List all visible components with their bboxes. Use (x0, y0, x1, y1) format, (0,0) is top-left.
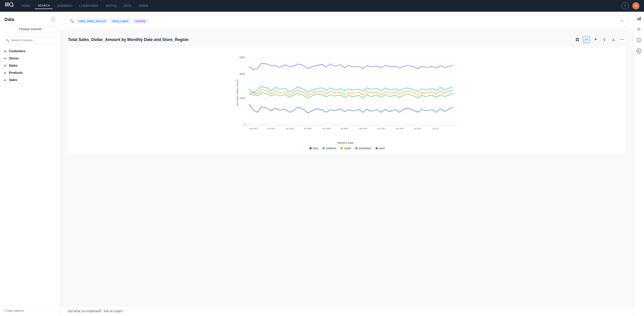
expand-arrow-dates: ▶ (4, 64, 7, 67)
search-main-icon: 🔍 (70, 19, 74, 23)
svg-rect-39 (640, 17, 640, 20)
x-axis-label: Monthly Date ↑ (338, 141, 356, 144)
svg-text:Jan 2007: Jan 2007 (395, 128, 404, 130)
chart-area: Total Sales_Dollar_Amount by Monthly Dat… (61, 30, 633, 306)
expand-arrow-products: ▶ (4, 72, 7, 74)
add-columns-button[interactable]: + Add columns (4, 309, 56, 312)
chart-toolbar: ••• (574, 36, 626, 43)
svg-text:Jul 2007: Jul 2007 (414, 128, 422, 130)
expand-arrow-stores: ▶ (4, 57, 7, 60)
chart-footer: Monthly Date ↑ east midwest (72, 141, 622, 150)
legend-dot-south (340, 147, 343, 150)
chart-container: 600K 400K 200K 0 Total Sales_Dollar_Amou… (68, 48, 626, 154)
svg-rect-2 (5, 6, 9, 6)
svg-text:600K: 600K (240, 56, 245, 59)
choose-sources-button[interactable]: Choose sources (4, 25, 57, 33)
top-navigation: HOME SEARCH ANSWERS LIVEBOARDS SPOTIQ DA… (0, 0, 644, 12)
legend-label-east: east (313, 147, 318, 150)
svg-line-9 (595, 40, 596, 41)
sidebar-item-stores[interactable]: ▶ Stores (0, 55, 60, 62)
svg-text:Jul 2005: Jul 2005 (340, 128, 348, 130)
legend-dot-west (376, 147, 378, 150)
svg-text:Jan 2003: Jan 2003 (249, 128, 258, 130)
sort-arrow-icon[interactable]: ↑ (355, 141, 356, 144)
legend-dot-east (310, 147, 312, 150)
svg-rect-1 (5, 4, 9, 5)
expand-arrow-customers: ▶ (4, 50, 7, 52)
search-small-icon: 🔍 (6, 38, 10, 42)
toolbar-more-button[interactable]: ••• (619, 36, 626, 43)
not-expected-text: Not what you expected? (68, 309, 102, 313)
chart-header: Total Sales_Dollar_Amount by Monthly Dat… (68, 36, 626, 43)
svg-point-10 (604, 38, 605, 40)
search-bar-wrapper: 🔍 sales_dollar_amount store_region month… (61, 12, 633, 30)
toolbar-linechart-button[interactable] (583, 36, 590, 43)
nav-liveboards[interactable]: LIVEBOARDS (76, 3, 101, 9)
r-script-button[interactable]: R (635, 47, 643, 55)
svg-point-43 (638, 39, 639, 40)
svg-text:Jul 2004: Jul 2004 (304, 128, 312, 130)
nav-answers[interactable]: ANSWERS (54, 3, 75, 9)
search-bar[interactable]: 🔍 sales_dollar_amount store_region month… (66, 15, 628, 27)
search-columns-input[interactable] (4, 36, 57, 44)
svg-text:Jan 2004: Jan 2004 (286, 128, 294, 130)
svg-rect-8 (578, 40, 579, 41)
toolbar-table-button[interactable] (574, 36, 581, 43)
legend-label-southwest: southwest (359, 147, 371, 150)
content-area: 🔍 sales_dollar_amount store_region month… (61, 12, 633, 316)
svg-rect-42 (638, 40, 639, 41)
svg-rect-7 (576, 40, 577, 41)
sidebar-item-label-stores: Stores (9, 56, 19, 60)
legend-dot-midwest (322, 147, 325, 150)
search-columns-wrapper: 🔍 (4, 36, 57, 44)
legend-item-west: west (376, 147, 385, 150)
nav-spotiq[interactable]: SPOTIQ (103, 3, 120, 9)
legend-item-east: east (310, 147, 318, 150)
svg-text:Total Sales_Dollar_Amount: Total Sales_Dollar_Amount (236, 80, 238, 106)
toolbar-share-button[interactable] (610, 36, 617, 43)
svg-rect-0 (5, 3, 9, 4)
svg-text:R: R (638, 50, 640, 52)
svg-text:Jan 20...: Jan 20... (432, 128, 440, 130)
settings-button[interactable] (635, 25, 643, 33)
toolbar-insight-button[interactable] (601, 36, 608, 43)
chart-config-button[interactable] (635, 14, 643, 22)
legend-label-west: west (379, 147, 385, 150)
search-chip-region[interactable]: store_region (110, 19, 131, 24)
main-layout: Data ‹ Choose sources 🔍 ▶ Customers ▶ St… (0, 12, 644, 316)
ask-expert-link[interactable]: Ask an expert (104, 309, 123, 313)
sidebar-header: Data ‹ (0, 12, 60, 25)
svg-line-4 (12, 6, 14, 7)
legend-label-south: south (344, 147, 350, 150)
line-chart: 600K 400K 200K 0 Total Sales_Dollar_Amou… (72, 52, 622, 138)
legend-item-midwest: midwest (322, 147, 336, 150)
sidebar-item-dates[interactable]: ▶ Dates (0, 62, 60, 69)
nav-home[interactable]: HOME (19, 3, 33, 9)
svg-text:200K: 200K (240, 97, 245, 100)
svg-rect-38 (638, 18, 639, 20)
legend-dot-southwest (355, 147, 358, 150)
chart-title: Total Sales_Dollar_Amount by Monthly Dat… (68, 37, 188, 42)
logo[interactable] (4, 2, 14, 10)
nav-search[interactable]: SEARCH (35, 3, 53, 9)
svg-rect-5 (576, 38, 577, 40)
toolbar-pin-button[interactable] (592, 36, 599, 43)
sidebar-item-customers[interactable]: ▶ Customers (0, 48, 60, 55)
nav-admin[interactable]: ADMIN (136, 3, 151, 9)
sidebar-collapse-button[interactable]: ‹ (50, 16, 56, 22)
sidebar-tree: ▶ Customers ▶ Stores ▶ Dates ▶ Products … (0, 46, 60, 305)
sidebar-item-products[interactable]: ▶ Products (0, 69, 60, 76)
sidebar-item-label-products: Products (9, 71, 23, 74)
help-button[interactable]: ? (622, 2, 629, 10)
sidebar-title: Data (4, 17, 14, 22)
search-chip-sales[interactable]: sales_dollar_amount (76, 19, 108, 24)
search-clear-button[interactable]: × (620, 18, 624, 24)
search-chip-monthly[interactable]: monthly (133, 19, 148, 24)
info-button[interactable] (635, 36, 643, 44)
sidebar-item-sales[interactable]: ▶ Sales (0, 76, 60, 84)
legend-item-south: south (340, 147, 350, 150)
svg-point-40 (638, 28, 640, 30)
user-avatar[interactable]: N (632, 2, 640, 10)
sidebar-item-label-sales: Sales (9, 78, 17, 82)
nav-data[interactable]: DATA (121, 3, 134, 9)
